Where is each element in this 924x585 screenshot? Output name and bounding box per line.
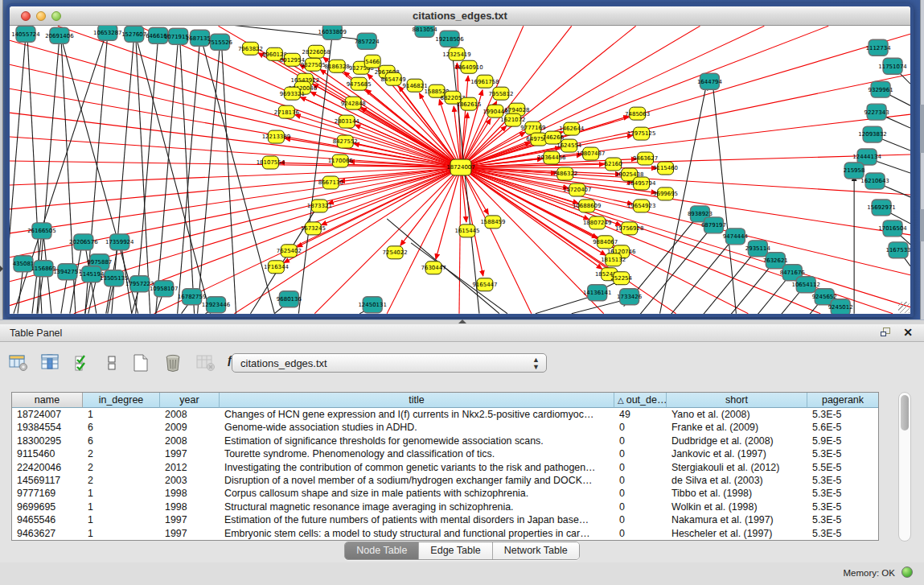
graph-node[interactable]: 9680136: [277, 291, 302, 307]
node-label: 8667130: [318, 179, 343, 186]
graph-node[interactable]: 1644794: [697, 73, 723, 89]
table-selector-dropdown[interactable]: citations_edges.txt ▲▼: [232, 353, 547, 373]
close-panel-icon[interactable]: ✕: [903, 326, 913, 339]
column-header-in_degree[interactable]: in_degree: [83, 393, 160, 408]
node-label: 17016504: [878, 225, 907, 232]
table-row[interactable]: 969969511998Structural magnetic resonanc…: [12, 501, 878, 513]
column-header-year[interactable]: year: [160, 393, 220, 408]
table-row[interactable]: 2242004622012Investigating the contribut…: [12, 461, 878, 474]
graph-node[interactable]: 9699695: [653, 187, 678, 200]
table-row[interactable]: 1938455462009Genome-wide association stu…: [12, 421, 878, 434]
graph-node[interactable]: 62160: [605, 158, 622, 171]
graph-node[interactable]: 28226058: [302, 45, 331, 58]
scrollbar-thumb[interactable]: [901, 395, 909, 431]
graph-node[interactable]: 16961758: [470, 75, 499, 88]
panel-collapse-arrow-icon[interactable]: [0, 266, 3, 272]
graph-node[interactable]: 1673245: [301, 222, 326, 235]
table-row[interactable]: 1872400712008Changes of HCN gene express…: [12, 408, 878, 421]
graph-node[interactable]: 8813054: [413, 26, 438, 37]
node-label: 15720407: [563, 187, 591, 193]
graph-node[interactable]: 5466: [364, 55, 380, 68]
graph-node[interactable]: 2803144: [335, 115, 360, 128]
graph-node[interactable]: 7630447: [421, 262, 446, 274]
graph-node[interactable]: 19654923: [627, 200, 655, 212]
graph-node[interactable]: 7485063: [625, 107, 650, 120]
graph-node[interactable]: 9227343: [864, 104, 889, 120]
right-panel-edge[interactable]: [920, 0, 924, 319]
graph-node[interactable]: 1462644: [559, 122, 585, 135]
column-header-out_de[interactable]: △out_de…: [614, 393, 667, 408]
create-table-icon[interactable]: [130, 353, 151, 373]
graph-node[interactable]: 1588459: [480, 216, 505, 229]
graph-node[interactable]: 1167533: [886, 242, 910, 258]
graph-node[interactable]: 18640910: [454, 60, 483, 73]
graph-node[interactable]: 10688609: [573, 200, 601, 212]
graph-node[interactable]: 17975125: [627, 127, 655, 140]
select-columns-icon[interactable]: [73, 353, 94, 373]
tab-node-table[interactable]: Node Table: [345, 542, 419, 559]
column-header-short[interactable]: short: [667, 393, 807, 408]
graph-node[interactable]: 9115460: [653, 162, 678, 175]
column-header-title[interactable]: title: [220, 393, 614, 408]
table-vertical-scrollbar[interactable]: [898, 392, 911, 542]
graph-node[interactable]: 9245012: [828, 299, 853, 314]
graph-node[interactable]: 9474444: [723, 229, 749, 245]
graph-node[interactable]: 7955812: [488, 87, 513, 100]
graph-node[interactable]: 12450131: [358, 297, 386, 313]
graph-node[interactable]: 9463627: [633, 152, 658, 165]
graph-node[interactable]: 20206576: [69, 234, 97, 250]
graph-node[interactable]: 10653287: [93, 26, 121, 40]
column-header-name[interactable]: name: [12, 393, 83, 408]
table-settings-icon[interactable]: [8, 353, 29, 373]
graph-node[interactable]: 18107554: [257, 156, 285, 169]
citation-network-graph[interactable]: 7963822896012889129542822605893275058186…: [10, 26, 910, 314]
table-row[interactable]: 1830029562008Estimation of significance …: [12, 435, 878, 447]
show-columns-icon[interactable]: [40, 353, 61, 373]
table-row[interactable]: 946554611997Estimation of the future num…: [12, 513, 878, 526]
graph-node[interactable]: 8667130: [318, 176, 343, 189]
memory-status-icon[interactable]: [901, 566, 913, 578]
graph-node[interactable]: 12325419: [442, 47, 470, 60]
graph-node[interactable]: 19218506: [435, 31, 463, 47]
graph-node[interactable]: 7515526: [207, 34, 232, 50]
graph-node[interactable]: 6879197: [701, 217, 726, 233]
graph-hub-node[interactable]: 18724007: [446, 159, 474, 175]
graph-node[interactable]: 1112734: [866, 39, 892, 56]
table-row[interactable]: 911546021997Tourette syndrome. Phenomeno…: [12, 447, 878, 460]
left-panel-edge[interactable]: [0, 0, 3, 319]
table-row[interactable]: 946362711997Embryonic stem cells: a mode…: [12, 527, 878, 540]
graph-node[interactable]: 2718176: [274, 105, 299, 118]
graph-node[interactable]: 7857224: [355, 33, 380, 49]
node-label: 9699695: [653, 191, 678, 197]
graph-node[interactable]: 1156869: [31, 261, 55, 277]
graph-node[interactable]: 17359924: [105, 234, 134, 250]
graph-node[interactable]: 9329961: [869, 81, 893, 97]
graph-node[interactable]: 12093832: [858, 126, 886, 142]
graph-node[interactable]: 1733426: [617, 289, 642, 305]
graph-node[interactable]: 14055724: [11, 26, 40, 42]
graph-node[interactable]: 11751074: [878, 58, 907, 74]
table-row[interactable]: 1456911722003Disruption of a novel membe…: [12, 474, 878, 487]
graph-node[interactable]: 1527607: [121, 26, 146, 42]
row-height-icon[interactable]: [105, 353, 118, 373]
window-resize-grip[interactable]: [898, 302, 910, 313]
network-canvas[interactable]: 7963822896012889129542822605893275058186…: [10, 26, 910, 314]
float-panel-icon[interactable]: [881, 328, 892, 338]
table-row[interactable]: 977716911998Corpus callosum shape and si…: [12, 487, 878, 500]
tab-edge-table[interactable]: Edge Table: [419, 542, 492, 559]
window-titlebar[interactable]: citations_edges.txt: [10, 6, 910, 26]
graph-node[interactable]: 7486322: [552, 167, 577, 180]
network-view-window[interactable]: citations_edges.txt 79638228960128891295…: [6, 3, 914, 317]
graph-node[interactable]: 13942757: [53, 264, 81, 280]
splitter-handle-icon[interactable]: [458, 319, 466, 323]
graph-node[interactable]: 26166505: [27, 223, 55, 239]
column-header-pagerank[interactable]: pagerank: [807, 393, 878, 408]
graph-node[interactable]: 7254022: [383, 246, 408, 259]
tab-network-table[interactable]: Network Table: [493, 542, 579, 559]
graph-node[interactable]: 12213389: [262, 130, 290, 143]
graph-node[interactable]: 215958: [844, 163, 865, 179]
delete-table-icon[interactable]: [162, 353, 183, 373]
graph-node[interactable]: 252254: [610, 272, 632, 285]
graph-node[interactable]: 1615445: [454, 225, 479, 237]
graph-node[interactable]: 19756928: [615, 222, 643, 235]
